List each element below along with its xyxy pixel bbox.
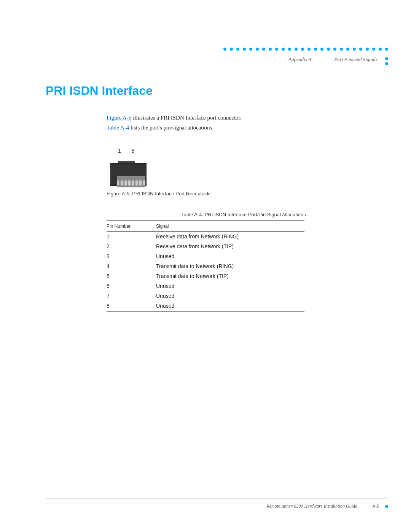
table-row: 6Unused — [107, 281, 304, 291]
top-dot-11 — [295, 48, 298, 51]
connector-diagram — [107, 155, 152, 188]
table-body: 1Receive data from Network (RING)2Receiv… — [107, 232, 304, 312]
pin-label-1: 1 — [118, 148, 121, 154]
pin-8 — [143, 181, 145, 186]
top-dot-21 — [359, 48, 362, 51]
footer-page-number: A-5 — [372, 504, 379, 509]
table-header-row: Pin Number Signal — [107, 221, 304, 232]
page-footer: Remote Annex 6300 Hardware Installation … — [46, 498, 388, 509]
col-signal: Signal — [156, 221, 304, 232]
intro-paragraph: Figure A-5 illustrates a PRI ISDN Interf… — [107, 113, 381, 133]
pin-1 — [117, 181, 119, 186]
intro-line-2: Table A-4 lists the port's pin/signal al… — [107, 123, 381, 133]
table-cell-pin: 2 — [107, 241, 156, 251]
top-dot-4 — [249, 48, 252, 51]
top-dot-25 — [385, 48, 388, 51]
table-cell-pin: 4 — [107, 261, 156, 271]
col-pin-number: Pin Number — [107, 221, 156, 232]
top-dot-22 — [366, 48, 369, 51]
table-cell-signal: Receive data from Network (RING) — [156, 232, 304, 242]
pin-2 — [121, 181, 123, 186]
page: Appendix A Port Pins and Signals PRI ISD… — [0, 0, 411, 532]
top-dot-1 — [230, 48, 233, 51]
top-dot-12 — [301, 48, 304, 51]
table-cell-pin: 1 — [107, 232, 156, 242]
section-label: Port Pins and Signals — [334, 56, 378, 62]
figure-pin-labels: 1 8 — [118, 148, 381, 154]
figure-caption: Figure A-5. PRI ISDN Interface Port Rece… — [107, 191, 381, 197]
top-dot-23 — [372, 48, 375, 51]
table-row: 7Unused — [107, 291, 304, 301]
top-dot-17 — [333, 48, 336, 51]
table-cell-signal: Receive data from Network (TIP) — [156, 241, 304, 251]
table-cell-signal: Transmit data to Network (TIP) — [156, 271, 304, 281]
intro-line-1: Figure A-5 illustrates a PRI ISDN Interf… — [107, 113, 381, 123]
pin-3 — [124, 181, 127, 186]
table-cell-pin: 8 — [107, 301, 156, 311]
table-header: Pin Number Signal — [107, 221, 304, 232]
table-caption: Table A-4. PRI ISDN Interface Port/Pin S… — [107, 212, 381, 217]
table-section: Table A-4. PRI ISDN Interface Port/Pin S… — [107, 212, 381, 312]
top-dot-2 — [236, 48, 239, 51]
footer-book-title: Remote Annex 6300 Hardware Installation … — [266, 503, 357, 509]
top-dot-3 — [243, 48, 246, 51]
table-cell-pin: 3 — [107, 251, 156, 261]
table-cell-signal: Unused — [156, 301, 304, 311]
top-dot-16 — [327, 48, 330, 51]
appendix-label: Appendix A — [288, 56, 311, 62]
table-row: 8Unused — [107, 301, 304, 311]
pin-4 — [128, 181, 131, 186]
top-dot-6 — [262, 48, 265, 51]
table-cell-pin: 6 — [107, 281, 156, 291]
top-dot-18 — [340, 48, 343, 51]
top-dot-13 — [307, 48, 311, 51]
top-dot-0 — [223, 48, 226, 51]
table-cell-signal: Unused — [156, 251, 304, 261]
intro-line2-rest: lists the port's pin/signal allocations. — [129, 125, 213, 131]
table-row: 5Transmit data to Network (TIP) — [107, 271, 304, 281]
intro-line1-rest: illustrates a PRI ISDN Interface port co… — [131, 115, 241, 121]
top-dot-20 — [353, 48, 356, 51]
main-content: PRI ISDN Interface Figure A-5 illustrate… — [46, 84, 381, 312]
figure-a5-link[interactable]: Figure A-5 — [107, 115, 131, 121]
pin-7 — [139, 181, 142, 186]
table-cell-signal: Unused — [156, 281, 304, 291]
top-dot-9 — [282, 48, 285, 51]
top-dot-10 — [288, 48, 291, 51]
top-dot-7 — [269, 48, 272, 51]
top-dot-24 — [379, 48, 382, 51]
pin-5 — [132, 181, 134, 186]
figure-area: 1 8 — [107, 148, 381, 197]
pin-signal-table: Pin Number Signal 1Receive data from Net… — [107, 220, 304, 312]
table-cell-signal: Unused — [156, 291, 304, 301]
top-dot-14 — [314, 48, 317, 51]
table-cell-pin: 5 — [107, 271, 156, 281]
pin-label-8: 8 — [132, 148, 135, 154]
table-a4-link[interactable]: Table A-4 — [107, 125, 129, 131]
top-dot-8 — [275, 48, 278, 51]
table-row: 2Receive data from Network (TIP) — [107, 241, 304, 251]
top-dot-5 — [256, 48, 259, 51]
footer-dot — [385, 505, 388, 508]
table-row: 1Receive data from Network (RING) — [107, 232, 304, 242]
connector-slot — [117, 176, 145, 187]
header-side-dots — [385, 57, 388, 65]
table-cell-pin: 7 — [107, 291, 156, 301]
pin-6 — [135, 181, 138, 186]
top-dot-15 — [320, 48, 323, 51]
header-dot-1 — [385, 57, 388, 60]
top-dot-19 — [346, 48, 349, 51]
table-cell-signal: Transmit data to Network (RING) — [156, 261, 304, 271]
page-title: PRI ISDN Interface — [46, 84, 381, 98]
header-dot-2 — [385, 62, 388, 65]
table-row: 4Transmit data to Network (RING) — [107, 261, 304, 271]
connector-body — [110, 163, 147, 186]
table-row: 3Unused — [107, 251, 304, 261]
decorative-dots-row — [30, 48, 388, 51]
page-header: Appendix A Port Pins and Signals — [288, 56, 388, 65]
